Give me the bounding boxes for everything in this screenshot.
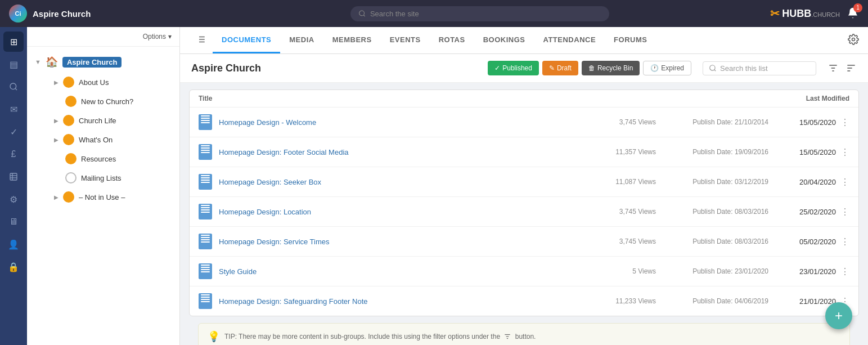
rail-lock-icon[interactable]: 🔒 <box>3 257 24 277</box>
sidebar-item-about-us[interactable]: ▶ About Us <box>27 73 179 92</box>
page-title: Aspire Church <box>191 62 261 74</box>
table-row[interactable]: Homepage Design: Footer Social Media 11,… <box>190 137 858 167</box>
content-area: DOCUMENTS MEDIA MEMBERS EVENTS ROTAS BOO… <box>180 27 868 345</box>
doc-name: Homepage Design: Location <box>219 208 600 216</box>
doc-views: 11,357 Views <box>600 148 656 156</box>
doc-menu-icon[interactable]: ⋮ <box>836 266 849 277</box>
rail-mail-icon[interactable]: ✉ <box>3 99 24 119</box>
table-row[interactable]: Homepage Design - Welcome 3,745 Views Pu… <box>190 107 858 137</box>
doc-menu-icon[interactable]: ⋮ <box>836 177 849 187</box>
sidebar-item-aspire-church-root[interactable]: ▼ 🏠 Aspire Church <box>27 51 179 73</box>
tab-bar: DOCUMENTS MEDIA MEMBERS EVENTS ROTAS BOO… <box>180 27 868 54</box>
doc-publish-date: Publish Date: 23/01/2020 <box>656 267 768 275</box>
gear-icon[interactable] <box>848 34 859 45</box>
doc-publish-date: Publish Date: 04/06/2019 <box>656 297 768 305</box>
table-row[interactable]: Homepage Design: Service Times 3,745 Vie… <box>190 227 858 257</box>
table-row[interactable]: Homepage Design: Safeguarding Footer Not… <box>190 286 858 316</box>
tab-forums[interactable]: FORUMS <box>605 27 656 53</box>
sidebar-item-label: Resources <box>81 155 116 163</box>
sidebar-item-new-to-church[interactable]: New to Church? <box>27 92 179 111</box>
rail-search-icon[interactable] <box>3 77 24 97</box>
search-list-icon <box>709 64 717 72</box>
edit-icon: ✎ <box>549 64 555 72</box>
doc-menu-icon[interactable]: ⋮ <box>836 236 849 247</box>
sidebar-item-church-life[interactable]: ▶ Church Life <box>27 111 179 130</box>
svg-line-3 <box>15 88 17 90</box>
doc-name: Homepage Design - Welcome <box>219 118 600 127</box>
tab-media[interactable]: MEDIA <box>280 27 323 53</box>
page-header: Aspire Church ✓ Published ✎ Draft 🗑 Recy… <box>180 54 868 83</box>
doc-file-icon <box>199 144 212 160</box>
tab-rotas[interactable]: ROTAS <box>430 27 474 53</box>
table-row[interactable]: Style Guide 5 Views Publish Date: 23/01/… <box>190 257 858 286</box>
doc-file-icon <box>199 174 212 190</box>
draft-button[interactable]: ✎ Draft <box>542 61 578 75</box>
notification-bell[interactable]: 1 <box>847 7 859 21</box>
rail-monitor-icon[interactable]: 🖥 <box>3 212 24 232</box>
top-bar-right: ✂ HUBB.CHURCH 1 <box>770 7 859 21</box>
doc-name: Style Guide <box>219 267 600 276</box>
svg-point-14 <box>852 38 855 41</box>
doc-name: Homepage Design: Footer Social Media <box>219 148 600 156</box>
doc-menu-icon[interactable]: ⋮ <box>836 117 849 128</box>
sidebar-item-whats-on[interactable]: ▶ What's On <box>27 130 179 149</box>
svg-line-16 <box>714 70 716 71</box>
col-title-header: Title <box>199 95 782 102</box>
tab-bookings[interactable]: BOOKINGS <box>474 27 534 53</box>
filter-icon[interactable] <box>827 62 839 74</box>
search-icon <box>358 10 366 17</box>
table-header: Title Last Modified <box>190 90 858 107</box>
sidebar-item-label: – Not in Use – <box>79 193 125 201</box>
doc-name: Homepage Design: Seeker Box <box>219 178 600 186</box>
svg-point-15 <box>710 65 715 70</box>
options-button[interactable]: Options ▾ <box>143 33 172 41</box>
sidebar-item-not-in-use[interactable]: ▶ – Not in Use – <box>27 187 179 207</box>
global-search-input[interactable] <box>370 10 601 18</box>
doc-views: 3,745 Views <box>600 238 656 245</box>
search-list-input[interactable] <box>720 64 810 73</box>
add-button[interactable]: + <box>825 302 852 329</box>
chevron-icon: ▶ <box>54 118 59 124</box>
collapse-icon[interactable]: ▼ <box>35 59 41 65</box>
tab-attendance[interactable]: ATTENDANCE <box>534 27 605 53</box>
expired-button[interactable]: 🕐 Expired <box>643 61 691 75</box>
table-row[interactable]: Homepage Design: Seeker Box 11,087 Views… <box>190 167 858 197</box>
main-layout: ⊞ ▤ ✉ ✓ £ ⚙ 🖥 👤 🔒 Options ▾ ▼ 🏠 <box>0 27 868 345</box>
rail-chart-icon[interactable] <box>3 167 24 187</box>
doc-publish-date: Publish Date: 03/12/2019 <box>656 178 768 186</box>
doc-views: 11,087 Views <box>600 178 656 186</box>
doc-modified-date: 21/01/2020 <box>768 297 836 306</box>
sidebar-item-resources[interactable]: Resources <box>27 149 179 168</box>
doc-name: Homepage Design: Service Times <box>219 238 600 246</box>
rail-dashboard-icon[interactable]: ⊞ <box>3 32 24 52</box>
published-button[interactable]: ✓ Published <box>488 61 539 75</box>
status-buttons: ✓ Published ✎ Draft 🗑 Recycle Bin 🕐 Expi… <box>488 61 691 75</box>
doc-modified-date: 23/01/2020 <box>768 267 836 276</box>
doc-file-icon <box>199 263 212 279</box>
rail-money-icon[interactable]: £ <box>3 144 24 164</box>
tab-events[interactable]: EVENTS <box>381 27 430 53</box>
table-row[interactable]: Homepage Design: Location 3,745 Views Pu… <box>190 197 858 227</box>
doc-menu-icon[interactable]: ⋮ <box>836 207 849 217</box>
rail-check-icon[interactable]: ✓ <box>3 122 24 142</box>
content-wrapper: Title Last Modified Homepage Design - We… <box>180 83 868 345</box>
sort-icon[interactable] <box>845 62 857 74</box>
home-icon: 🏠 <box>46 56 58 68</box>
recycle-bin-button[interactable]: 🗑 Recycle Bin <box>582 61 640 75</box>
rail-settings-icon[interactable]: ⚙ <box>3 189 24 209</box>
doc-modified-date: 15/05/2020 <box>768 148 836 156</box>
sidebar-item-mailing-lists[interactable]: Mailing Lists <box>27 168 179 187</box>
doc-menu-icon[interactable]: ⋮ <box>836 147 849 158</box>
search-list-wrap[interactable] <box>703 61 816 75</box>
global-search-area <box>189 6 770 21</box>
doc-modified-date: 05/02/2020 <box>768 238 836 246</box>
tab-members[interactable]: MEMBERS <box>323 27 381 53</box>
global-search-wrap[interactable] <box>350 6 609 21</box>
tab-documents[interactable]: DOCUMENTS <box>213 27 280 53</box>
filter-inline-icon <box>503 333 511 340</box>
rail-layout-icon[interactable]: ▤ <box>3 54 24 74</box>
doc-publish-date: Publish Date: 08/03/2016 <box>656 208 768 216</box>
icon-rail: ⊞ ▤ ✉ ✓ £ ⚙ 🖥 👤 🔒 <box>0 27 27 345</box>
rail-user-icon[interactable]: 👤 <box>3 234 24 254</box>
chevron-icon: ▶ <box>54 137 59 143</box>
